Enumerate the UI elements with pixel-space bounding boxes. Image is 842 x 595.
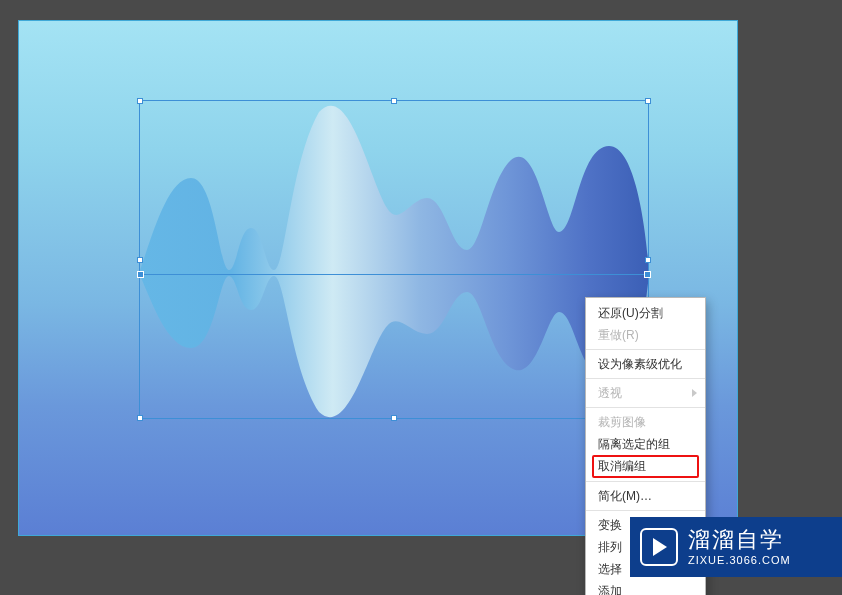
menu-item-crop: 裁剪图像 — [586, 411, 705, 433]
watermark-url: ZIXUE.3066.COM — [688, 554, 791, 566]
menu-label: 变换 — [598, 518, 622, 532]
menu-separator — [586, 407, 705, 408]
menu-separator — [586, 481, 705, 482]
menu-separator — [586, 510, 705, 511]
waveform-shape[interactable] — [139, 100, 649, 419]
menu-item-redo: 重做(R) — [586, 324, 705, 346]
watermark-title: 溜溜自学 — [688, 528, 791, 552]
menu-item-undo[interactable]: 还原(U)分割 — [586, 302, 705, 324]
menu-item-simplify[interactable]: 简化(M)… — [586, 485, 705, 507]
menu-item-pixel-optimize[interactable]: 设为像素级优化 — [586, 353, 705, 375]
play-icon — [640, 528, 678, 566]
app-stage: 还原(U)分割 重做(R) 设为像素级优化 透视 裁剪图像 隔离选定的组 取消编… — [0, 0, 842, 595]
menu-item-add[interactable]: 添加 — [586, 580, 705, 595]
submenu-arrow-icon — [692, 389, 697, 397]
menu-item-ungroup[interactable]: 取消编组 — [598, 458, 693, 475]
menu-item-perspective: 透视 — [586, 382, 705, 404]
menu-separator — [586, 349, 705, 350]
menu-item-ungroup-highlight: 取消编组 — [592, 455, 699, 478]
menu-item-isolate-group[interactable]: 隔离选定的组 — [586, 433, 705, 455]
menu-label: 透视 — [598, 386, 622, 400]
watermark-badge: 溜溜自学 ZIXUE.3066.COM — [630, 517, 842, 577]
menu-separator — [586, 378, 705, 379]
watermark-text: 溜溜自学 ZIXUE.3066.COM — [688, 528, 791, 566]
